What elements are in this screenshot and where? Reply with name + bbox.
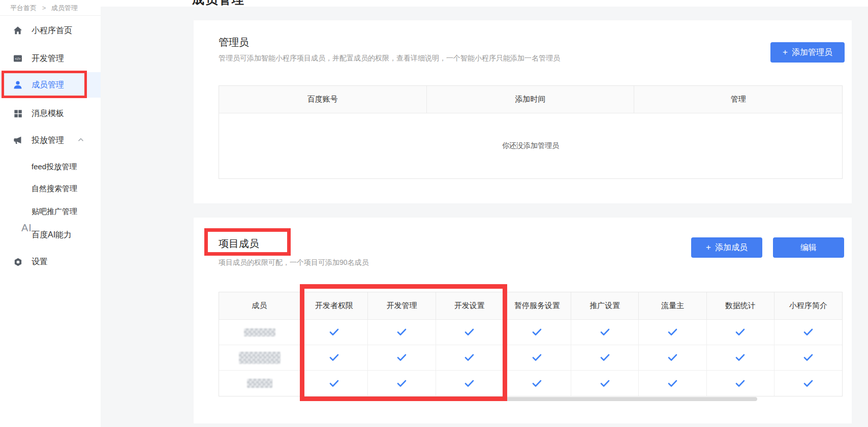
redacted-member-name (247, 379, 272, 388)
member-card-description: 项目成员的权限可配，一个项目可添加90名成员 (219, 258, 369, 267)
check-icon (397, 354, 407, 361)
add-admin-button-label: 添加管理员 (792, 47, 832, 58)
member-table-header-cell: 开发设置 (436, 292, 504, 320)
check-icon (532, 328, 542, 336)
edit-members-button[interactable]: 编辑 (773, 237, 844, 258)
permission-cell (571, 371, 639, 396)
megaphone-icon (12, 135, 23, 146)
check-icon (464, 380, 474, 387)
member-table-header-cell: 流量主 (639, 292, 706, 320)
member-table-header-cell: 小程序简介 (774, 292, 842, 320)
member-card-title: 项目成员 (219, 237, 259, 251)
sidebar-item-home[interactable]: 小程序首页 (0, 18, 101, 43)
check-icon (803, 354, 813, 361)
add-member-button-label: 添加成员 (715, 242, 748, 253)
permission-cell (774, 320, 842, 345)
sidebar-item-baidu-ai[interactable]: AI 百度AI能力 (0, 222, 101, 248)
add-admin-button[interactable]: + 添加管理员 (770, 42, 845, 63)
check-icon (803, 328, 813, 336)
admin-card-title: 管理员 (219, 36, 249, 49)
permission-cell (436, 371, 504, 396)
check-icon (464, 354, 474, 361)
chevron-up-icon (76, 135, 85, 146)
permission-cell (639, 320, 706, 345)
sidebar-item-label: 消息模板 (32, 108, 64, 119)
home-icon (12, 25, 23, 36)
redacted-member-name (244, 328, 275, 337)
member-table-header-cell: 成员 (219, 292, 300, 320)
breadcrumb-separator: > (42, 4, 46, 12)
member-name-cell (219, 320, 300, 345)
member-name-cell (219, 345, 300, 371)
member-table-body (219, 320, 842, 396)
permission-cell (504, 320, 571, 345)
gear-icon (12, 256, 23, 267)
permission-cell (707, 320, 774, 345)
permission-cell (300, 345, 368, 371)
permission-cell (300, 320, 368, 345)
sidebar-item-label: 设置 (32, 257, 48, 267)
check-icon (329, 380, 339, 387)
check-icon (329, 354, 339, 361)
sidebar-item-label: 成员管理 (32, 80, 64, 90)
sidebar-item-label: 百度AI能力 (32, 230, 72, 240)
member-table-header-cell: 开发管理 (368, 292, 436, 320)
permission-cell (368, 345, 436, 371)
permission-cell (504, 345, 571, 371)
sidebar-item-tieba-promotion[interactable]: 贴吧推广管理 (0, 199, 101, 224)
breadcrumb: 平台首页 > 成员管理 (10, 4, 78, 13)
admin-card: 管理员 管理员可添加智能小程序项目成员，并配置成员的权限，查看详细说明，一个智能… (194, 20, 852, 203)
permission-cell (504, 371, 571, 396)
permission-cell (707, 345, 774, 371)
permission-cell (368, 371, 436, 396)
sidebar-item-settings[interactable]: 设置 (0, 249, 101, 274)
admin-table-header-cell: 百度账号 (219, 86, 427, 113)
sidebar-item-label: 自然搜索管理 (32, 184, 77, 194)
dev-icon: </> (12, 53, 23, 64)
plus-icon: + (706, 242, 711, 253)
admin-table-header: 百度账号添加时间管理 (219, 86, 842, 113)
check-icon (329, 328, 339, 336)
admin-table-empty-state: 你还没添加管理员 (219, 113, 842, 178)
sidebar-item-members[interactable]: 成员管理 (0, 72, 101, 98)
admin-table-header-cell: 添加时间 (427, 86, 635, 113)
admin-table-header-cell: 管理 (634, 86, 842, 113)
sidebar: 小程序首页 </> 开发管理 成员管理 消息模板 投放管理 feed投放管理 自… (0, 0, 101, 427)
permission-cell (774, 345, 842, 371)
member-icon (12, 79, 23, 90)
sidebar-item-label: 投放管理 (32, 135, 64, 146)
horizontal-scrollbar[interactable] (452, 397, 757, 401)
template-icon (12, 108, 23, 119)
check-icon (397, 380, 407, 387)
breadcrumb-home-link[interactable]: 平台首页 (10, 4, 37, 12)
check-icon (735, 354, 745, 361)
sidebar-item-promotion[interactable]: 投放管理 (0, 128, 101, 153)
redacted-member-name (239, 352, 281, 364)
sidebar-item-label: 贴吧推广管理 (32, 207, 77, 217)
check-icon (668, 380, 677, 387)
check-icon (803, 380, 813, 387)
member-table-header-cell: 暂停服务设置 (504, 292, 571, 320)
permission-cell (774, 371, 842, 396)
permission-cell (436, 345, 504, 371)
check-icon (735, 380, 745, 387)
check-icon (600, 354, 610, 361)
plus-icon: + (783, 47, 788, 57)
check-icon (600, 328, 610, 336)
page-title: 成员管理 (192, 0, 245, 8)
sidebar-item-label: 开发管理 (32, 53, 64, 64)
permission-cell (436, 320, 504, 345)
check-icon (600, 380, 610, 387)
add-member-button[interactable]: + 添加成员 (691, 237, 762, 258)
ai-icon: AI (12, 229, 23, 240)
breadcrumb-current: 成员管理 (51, 4, 78, 12)
sidebar-item-dev[interactable]: </> 开发管理 (0, 46, 101, 71)
sidebar-item-message-template[interactable]: 消息模板 (0, 101, 101, 126)
check-icon (668, 328, 677, 336)
permission-cell (639, 345, 706, 371)
member-card: 项目成员 项目成员的权限可配，一个项目可添加90名成员 + 添加成员 编辑 成员… (194, 218, 852, 423)
sidebar-item-label: 小程序首页 (32, 25, 72, 36)
sidebar-item-natural-search[interactable]: 自然搜索管理 (0, 176, 101, 201)
check-icon (532, 354, 542, 361)
svg-text:</>: </> (15, 56, 21, 61)
